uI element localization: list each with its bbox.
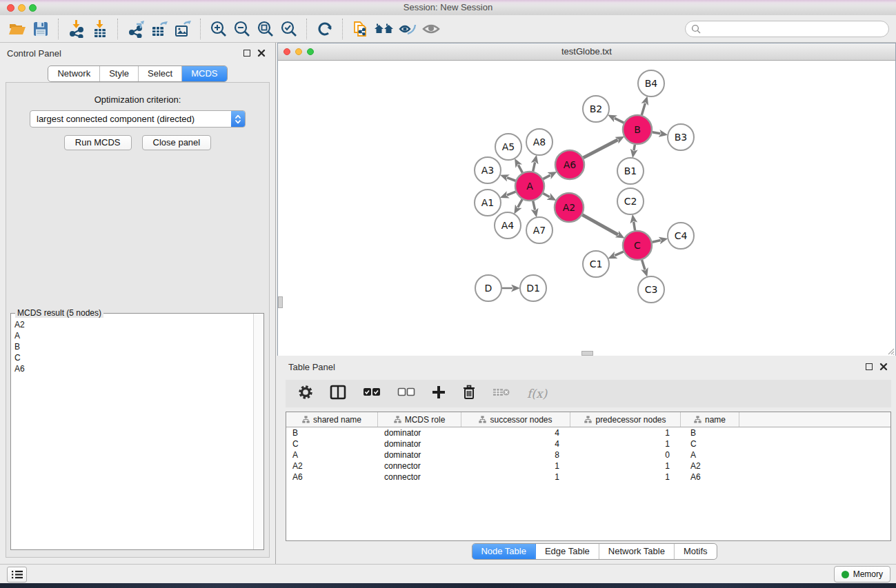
edge-B-B3[interactable]	[653, 132, 661, 134]
table-row[interactable]: A6connector11A6	[286, 472, 890, 483]
network-hscrollbar-thumb[interactable]	[581, 351, 593, 356]
import-table-button[interactable]	[88, 18, 112, 40]
float-panel-icon[interactable]	[243, 50, 250, 57]
table-row[interactable]: Adominator80A	[286, 449, 890, 460]
zoom-selected-button[interactable]	[277, 18, 301, 40]
node-C[interactable]: C	[623, 231, 652, 260]
import-network-button[interactable]	[65, 18, 88, 40]
edge-B-B1[interactable]	[634, 145, 635, 151]
show-all-button[interactable]	[419, 18, 443, 40]
edge-A-A8[interactable]	[533, 162, 535, 171]
close-table-panel-icon[interactable]	[879, 363, 888, 371]
column-header-predecessor-nodes[interactable]: predecessor nodes	[570, 412, 681, 427]
tab-node-table[interactable]: Node Table	[472, 544, 536, 559]
mcds-result-item[interactable]: A2	[14, 319, 261, 330]
column-header-successor-nodes[interactable]: successor nodes	[461, 412, 570, 427]
hide-selected-button[interactable]	[396, 18, 419, 40]
mcds-result-item[interactable]: B	[14, 341, 261, 352]
edge-B-B4[interactable]	[641, 103, 645, 115]
export-table-button[interactable]	[148, 18, 171, 40]
tab-network[interactable]: Network	[48, 66, 100, 81]
resize-grip[interactable]	[886, 346, 895, 355]
table-row[interactable]: A2connector11A2	[286, 460, 890, 472]
close-panel-icon[interactable]	[257, 49, 266, 57]
node-A2[interactable]: A2	[555, 193, 584, 222]
edge-A-A5[interactable]	[518, 165, 522, 172]
run-mcds-button[interactable]: Run MCDS	[64, 135, 132, 150]
node-C2[interactable]: C2	[617, 188, 644, 214]
result-scrollbar[interactable]	[253, 314, 263, 549]
node-A8[interactable]: A8	[526, 129, 552, 155]
node-A7[interactable]: A7	[526, 217, 552, 243]
node-A5[interactable]: A5	[495, 134, 521, 160]
table-row[interactable]: Bdominator41B	[286, 427, 890, 438]
edge-A-A4[interactable]	[518, 199, 523, 207]
node-A3[interactable]: A3	[475, 157, 501, 183]
node-A6[interactable]: A6	[555, 150, 584, 179]
edge-C-C3[interactable]	[642, 260, 645, 270]
delete-columns-button[interactable]	[462, 385, 476, 403]
close-panel-button[interactable]: Close panel	[142, 135, 212, 150]
criterion-dropdown[interactable]: largest connected component (directed)	[30, 110, 246, 128]
edge-A6-B[interactable]	[584, 140, 618, 158]
edge-B-B2[interactable]	[615, 118, 624, 123]
node-D1[interactable]: D1	[520, 275, 546, 301]
node-C1[interactable]: C1	[583, 251, 609, 277]
column-header-name[interactable]: name	[681, 412, 739, 427]
node-B2[interactable]: B2	[583, 96, 609, 122]
node-A4[interactable]: A4	[495, 212, 521, 239]
edge-A2-C[interactable]	[582, 215, 618, 235]
deselect-all-button[interactable]	[397, 386, 415, 401]
edge-A-A3[interactable]	[507, 178, 515, 181]
memory-button[interactable]: Memory	[834, 566, 890, 582]
show-column-panel-button[interactable]	[330, 385, 346, 403]
open-session-button[interactable]	[6, 18, 29, 40]
column-header-mcds-role[interactable]: MCDS role	[378, 412, 461, 427]
float-table-panel-icon[interactable]	[866, 363, 873, 370]
function-builder-button[interactable]: f(x)	[527, 387, 547, 401]
tab-edge-table[interactable]: Edge Table	[536, 544, 599, 559]
search-box[interactable]	[685, 21, 889, 37]
table-settings-button[interactable]	[298, 385, 313, 403]
edge-C-C2[interactable]	[634, 222, 635, 231]
network-vscrollbar-thumb[interactable]	[278, 296, 283, 308]
tab-motifs[interactable]: Motifs	[675, 544, 717, 559]
export-image-button[interactable]	[171, 18, 195, 40]
edge-C-C4[interactable]	[652, 241, 660, 243]
tab-style[interactable]: Style	[100, 66, 139, 81]
apply-layout-button[interactable]	[313, 18, 337, 40]
mcds-result-item[interactable]: A6	[14, 363, 261, 374]
zoom-in-button[interactable]	[207, 18, 230, 40]
mcds-result-item[interactable]: C	[14, 352, 261, 363]
edge-A-A6[interactable]	[543, 175, 550, 179]
network-graph[interactable]: B4B2BB3A8A5A6A3B1AC2A1A2A4A7C4CC1DD1C3	[278, 61, 895, 356]
create-column-button[interactable]	[432, 385, 446, 402]
mcds-result-item[interactable]: A	[14, 330, 261, 341]
edge-A-A1[interactable]	[507, 192, 516, 195]
node-B1[interactable]: B1	[617, 158, 644, 184]
tab-mcds[interactable]: MCDS	[182, 66, 226, 81]
table-row[interactable]: Cdominator41C	[286, 438, 890, 449]
home-button[interactable]	[372, 18, 396, 40]
node-B3[interactable]: B3	[668, 124, 694, 150]
node-B[interactable]: B	[623, 115, 652, 144]
network-canvas[interactable]: B4B2BB3A8A5A6A3B1AC2A1A2A4A7C4CC1DD1C3	[278, 61, 895, 356]
column-header-shared-name[interactable]: shared name	[286, 412, 378, 427]
node-A[interactable]: A	[515, 172, 544, 201]
node-B4[interactable]: B4	[638, 70, 664, 97]
new-network-from-selection-button[interactable]	[349, 18, 372, 40]
node-A1[interactable]: A1	[475, 190, 501, 216]
edge-A-A2[interactable]	[543, 194, 550, 197]
export-network-button[interactable]	[124, 18, 148, 40]
select-all-button[interactable]	[363, 386, 381, 401]
zoom-fit-button[interactable]	[254, 18, 277, 40]
edge-A-A7[interactable]	[533, 201, 535, 210]
node-C4[interactable]: C4	[668, 223, 694, 249]
node-D[interactable]: D	[475, 275, 501, 301]
delete-table-button[interactable]	[492, 387, 510, 401]
edge-C-C1[interactable]	[615, 252, 624, 256]
tab-network-table[interactable]: Network Table	[599, 544, 675, 559]
zoom-out-button[interactable]	[230, 18, 254, 40]
tab-select[interactable]: Select	[139, 66, 182, 81]
task-history-button[interactable]	[7, 567, 27, 582]
